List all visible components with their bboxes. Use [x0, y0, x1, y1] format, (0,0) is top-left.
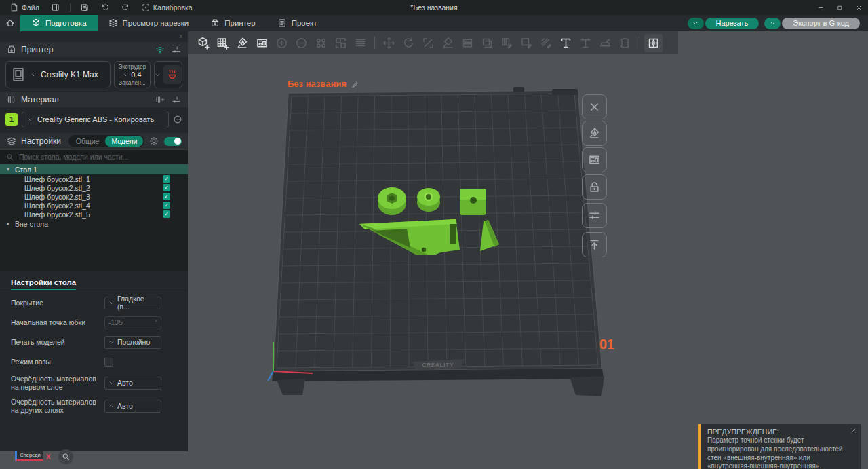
model-block[interactable] [460, 189, 486, 215]
toast-close-icon[interactable] [850, 427, 857, 434]
export-plate-button[interactable] [582, 232, 607, 257]
lock-plate-button[interactable] [582, 174, 607, 200]
auto-orient-plate-button[interactable] [582, 121, 607, 146]
visibility-toggle[interactable] [164, 137, 182, 146]
tab-prepare[interactable]: Подготовка [20, 15, 98, 31]
arrange-plate-button[interactable] [582, 147, 607, 172]
workspace-button[interactable] [47, 0, 64, 15]
search-icon [6, 153, 14, 161]
heated-bed-icon [163, 65, 182, 84]
search-input[interactable] [18, 152, 182, 162]
tab-models[interactable]: Модели [105, 136, 143, 147]
tab-printer-tab[interactable]: Принтер [199, 15, 266, 31]
file-menu[interactable]: Файл [5, 0, 44, 15]
model-tree-item[interactable]: Шлеф брусок2.stl_1✓ [0, 174, 188, 183]
save-button[interactable] [76, 0, 94, 15]
maximize-button[interactable] [830, 0, 849, 15]
minimize-button[interactable] [811, 0, 830, 15]
redo-button[interactable] [117, 0, 134, 15]
plate-side-toolbar [582, 94, 607, 257]
sidebar-close-icon[interactable]: x [180, 33, 183, 39]
chevron-down-icon [692, 20, 698, 26]
chevron-down-icon [123, 72, 129, 78]
delete-plate-button[interactable] [582, 94, 607, 119]
caret-down-icon[interactable]: ▾ [7, 166, 15, 172]
model-tree-item[interactable]: Шлеф брусок2.stl_4✓ [0, 201, 188, 210]
model-visibility-checkbox[interactable]: ✓ [163, 184, 170, 191]
edit-plate-name-icon[interactable] [351, 79, 359, 88]
viewport-3d[interactable]: CREALITY [188, 31, 868, 469]
plate-setting-row: Печать моделейПослойно [11, 335, 178, 349]
setting-checkbox[interactable] [104, 358, 113, 367]
settings-icon [7, 136, 16, 146]
chevron-down-icon [108, 300, 115, 306]
printer-section-header: Принтер [0, 42, 188, 57]
tab-general[interactable]: Общие [70, 136, 106, 147]
export-dropdown[interactable] [764, 18, 781, 29]
close-button[interactable] [849, 0, 868, 15]
model-visibility-checkbox[interactable]: ✓ [163, 202, 170, 209]
undo-button[interactable] [96, 0, 114, 15]
printer-settings-icon[interactable] [172, 45, 181, 54]
slice-dropdown[interactable] [688, 18, 704, 29]
printer-select[interactable]: Creality K1 Max [5, 61, 111, 88]
setting-select[interactable]: Послойно [104, 336, 161, 349]
material-settings-icon[interactable] [172, 95, 181, 105]
setting-input[interactable]: -135° [104, 316, 161, 329]
zoom-button[interactable] [58, 449, 73, 464]
material-slot-badge[interactable]: 1 [5, 113, 18, 126]
window-controls [811, 0, 868, 15]
preview-icon [108, 18, 118, 28]
warning-body: Параметр точной стенки будет проигнориро… [707, 436, 846, 469]
view-cube[interactable]: Спереди [15, 451, 43, 461]
maximize-icon [837, 5, 843, 11]
save-icon [81, 3, 89, 12]
material-row: 1 Creality Generic ABS - Копировать [0, 107, 188, 133]
setting-select[interactable]: Авто [104, 400, 161, 413]
auto-arrange-icon [588, 153, 601, 166]
slice-button[interactable]: Нарезать [705, 18, 760, 29]
plate-group-row[interactable]: ▾Стол 1 [0, 164, 188, 174]
setting-select[interactable]: Гладкое (в... [104, 297, 161, 309]
outside-group-row[interactable]: ▸Вне стола [0, 219, 188, 229]
printer-section-title: Принтер [21, 45, 53, 54]
model-tree-item[interactable]: Шлеф брусок2.stl_2✓ [0, 183, 188, 192]
prepare-icon [31, 18, 41, 28]
model-tree-item[interactable]: Шлеф брусок2.stl_5✓ [0, 210, 188, 219]
bed-type-select[interactable] [154, 61, 182, 88]
quality-icon[interactable] [149, 136, 159, 146]
setting-select[interactable]: Авто [104, 377, 161, 390]
model-tree-item[interactable]: Шлеф брусок2.stl_3✓ [0, 192, 188, 201]
caret-right-icon[interactable]: ▸ [7, 221, 15, 227]
material-select[interactable]: Creality Generic ABS - Копировать [22, 111, 169, 128]
wifi-icon[interactable] [155, 45, 165, 54]
home-button[interactable] [0, 15, 20, 31]
setting-value: -135 [108, 318, 123, 326]
chevron-down-icon [108, 403, 115, 409]
tab-project[interactable]: Проект [267, 15, 328, 31]
model-knob-1[interactable] [378, 187, 406, 215]
export-gcode-button[interactable]: Экспорт в G-код [782, 18, 860, 29]
plate-adjust-button[interactable] [582, 203, 607, 228]
model-visibility-checkbox[interactable]: ✓ [163, 210, 170, 218]
tab-label: Просмотр нарезки [123, 19, 189, 27]
file-icon [10, 3, 18, 12]
plate-setting-row: Начальная точка юбки-135° [11, 316, 178, 329]
model-visibility-checkbox[interactable]: ✓ [163, 175, 170, 183]
extruder-select[interactable]: Экструдер 0.4 Закалён... [114, 61, 151, 88]
calibration-button[interactable]: Калибровка [137, 0, 197, 15]
plate-name[interactable]: Без названия [288, 79, 359, 89]
view-cube-label: Спереди [20, 452, 40, 458]
setting-label: Начальная точка юбки [11, 318, 104, 326]
setting-unit: ° [155, 319, 157, 326]
project-icon [277, 18, 287, 28]
setting-label: Печать моделей [11, 338, 104, 346]
material-more-icon[interactable] [173, 115, 182, 124]
model-knob-2[interactable] [417, 188, 440, 212]
tab-preview[interactable]: Просмотр нарезки [98, 15, 200, 31]
chevron-down-icon [31, 72, 37, 78]
plate-name-label: Без названия [288, 79, 347, 89]
add-filament-icon[interactable] [155, 95, 165, 105]
export-group: Экспорт в G-код [764, 18, 860, 29]
model-visibility-checkbox[interactable]: ✓ [163, 193, 170, 200]
